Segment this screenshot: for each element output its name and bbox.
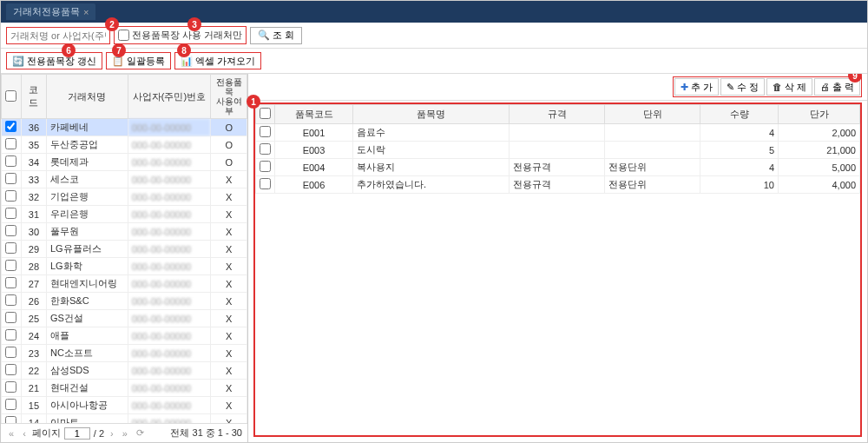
row-checkbox[interactable]: [2, 414, 22, 424]
row-biz: 000-00-00000: [128, 327, 211, 345]
table-row[interactable]: E001음료수42,000: [256, 124, 860, 142]
vendor-header-use[interactable]: 전용품목 사용여부: [211, 75, 247, 119]
row-checkbox[interactable]: [2, 154, 22, 171]
table-row[interactable]: 36카페베네000-00-00000O: [2, 119, 247, 136]
row-checkbox[interactable]: [256, 159, 275, 176]
vendor-header-code[interactable]: 코드: [21, 75, 46, 119]
table-row[interactable]: 31우리은행000-00-00000X: [2, 206, 247, 223]
table-row[interactable]: 22삼성SDS000-00-00000X: [2, 362, 247, 380]
row-code: 29: [21, 241, 46, 258]
table-row[interactable]: 25GS건설000-00-00000X: [2, 310, 247, 327]
edit-button[interactable]: ✎수 정: [720, 78, 765, 96]
table-row[interactable]: 21현대건설000-00-00000X: [2, 380, 247, 397]
item-header-code[interactable]: 품목코드: [275, 105, 353, 124]
pager-next[interactable]: ›: [108, 428, 116, 439]
pager-refresh-icon[interactable]: ⟳: [134, 427, 147, 439]
row-checkbox[interactable]: [256, 142, 275, 159]
pager: « ‹ 페이지 / 2 › » ⟳ 전체 31 중 1 - 30: [1, 423, 247, 442]
table-row[interactable]: 32기업은행000-00-00000X: [2, 188, 247, 206]
row-name: NC소프트: [47, 345, 128, 362]
row-code: 35: [21, 136, 46, 154]
row-checkbox[interactable]: [2, 275, 22, 293]
add-button[interactable]: ✚추 가: [674, 78, 719, 96]
item-header-unit[interactable]: 단위: [605, 105, 700, 124]
row-checkbox[interactable]: [256, 124, 275, 142]
item-header-spec[interactable]: 규격: [510, 105, 605, 124]
item-header-price[interactable]: 단가: [779, 105, 860, 124]
item-header-qty[interactable]: 수량: [700, 105, 779, 124]
only-exclusive-check[interactable]: [118, 30, 129, 41]
row-checkbox[interactable]: [2, 397, 22, 414]
item-header-row: 품목코드 품목명 규격 단위 수량 단가: [256, 105, 860, 124]
row-checkbox[interactable]: [2, 345, 22, 362]
table-row[interactable]: 29LG유플러스000-00-00000X: [2, 241, 247, 258]
pager-first[interactable]: «: [6, 428, 16, 439]
batch-label: 일괄등록: [127, 55, 165, 68]
row-checkbox[interactable]: [2, 310, 22, 327]
table-row[interactable]: 30풀무원000-00-00000X: [2, 223, 247, 241]
item-select-all[interactable]: [260, 108, 271, 119]
search-button-label: 조 회: [273, 29, 294, 42]
vendor-header-chk[interactable]: [2, 75, 22, 119]
row-use: X: [211, 206, 247, 223]
pager-total: / 2: [94, 428, 104, 439]
row-checkbox[interactable]: [2, 327, 22, 345]
row-name: GS건설: [47, 310, 128, 327]
update-exclusive-button[interactable]: 🔄 전용품목장 갱신: [6, 52, 102, 69]
table-row[interactable]: 35두산중공업000-00-00000O: [2, 136, 247, 154]
row-checkbox[interactable]: [256, 176, 275, 194]
item-price: 21,000: [779, 142, 860, 159]
row-biz: 000-00-00000: [128, 275, 211, 293]
select-all-checkbox[interactable]: [5, 90, 16, 102]
table-row[interactable]: 28LG화학000-00-00000X: [2, 258, 247, 275]
pager-last[interactable]: »: [120, 428, 130, 439]
row-checkbox[interactable]: [2, 119, 22, 136]
pager-page-input[interactable]: [64, 427, 90, 440]
row-checkbox[interactable]: [2, 258, 22, 275]
table-row[interactable]: 33세스코000-00-00000X: [2, 171, 247, 188]
row-use: X: [211, 188, 247, 206]
row-checkbox[interactable]: [2, 136, 22, 154]
table-row[interactable]: 24애플000-00-00000X: [2, 327, 247, 345]
annotation-badge-8: 8: [177, 43, 191, 57]
row-name: 기업은행: [47, 188, 128, 206]
row-name: 한화S&C: [47, 293, 128, 310]
item-header-name[interactable]: 품목명: [353, 105, 510, 124]
app-window: 거래처전용품목 × 2 3 전용품목장 사용 거래처만 🔍 조 회 6 7 8 …: [0, 0, 868, 443]
row-checkbox[interactable]: [2, 241, 22, 258]
tab-active[interactable]: 거래처전용품목 ×: [6, 3, 95, 20]
pager-prev[interactable]: ‹: [20, 428, 29, 439]
close-icon[interactable]: ×: [83, 7, 89, 17]
only-exclusive-checkbox[interactable]: 전용품목장 사용 거래처만: [114, 26, 247, 44]
annotation-badge-7: 7: [112, 43, 126, 57]
table-row[interactable]: 27현대엔지니어링000-00-00000X: [2, 275, 247, 293]
item-header-chk[interactable]: [256, 105, 275, 124]
row-checkbox[interactable]: [2, 171, 22, 188]
table-row[interactable]: 26한화S&C000-00-00000X: [2, 293, 247, 310]
row-checkbox[interactable]: [2, 188, 22, 206]
row-checkbox[interactable]: [2, 380, 22, 397]
search-button[interactable]: 🔍 조 회: [250, 27, 302, 44]
table-row[interactable]: 15아시아나항공000-00-00000X: [2, 397, 247, 414]
item-qty: 4: [700, 159, 779, 176]
row-checkbox[interactable]: [2, 206, 22, 223]
vendor-header-biz[interactable]: 사업자(주민)번호: [128, 75, 211, 119]
trash-icon: 🗑: [773, 82, 782, 92]
table-row[interactable]: E003도시락521,000: [256, 142, 860, 159]
table-row[interactable]: 14이마트000-00-00000X: [2, 414, 247, 424]
row-code: 14: [21, 414, 46, 424]
excel-label: 엑셀 가져오기: [195, 55, 255, 68]
search-input[interactable]: [6, 27, 110, 44]
delete-button[interactable]: 🗑삭 제: [766, 78, 812, 96]
row-code: 32: [21, 188, 46, 206]
table-row[interactable]: E006추가하였습니다.전용규격전용단위104,000: [256, 176, 860, 194]
row-name: 아시아나항공: [47, 397, 128, 414]
row-checkbox[interactable]: [2, 223, 22, 241]
vendor-header-name[interactable]: 거래처명: [47, 75, 128, 119]
row-checkbox[interactable]: [2, 293, 22, 310]
titlebar: 거래처전용품목 ×: [1, 1, 867, 23]
table-row[interactable]: 23NC소프트000-00-00000X: [2, 345, 247, 362]
table-row[interactable]: 34롯데제과000-00-00000O: [2, 154, 247, 171]
table-row[interactable]: E004복사용지전용규격전용단위45,000: [256, 159, 860, 176]
row-checkbox[interactable]: [2, 362, 22, 380]
